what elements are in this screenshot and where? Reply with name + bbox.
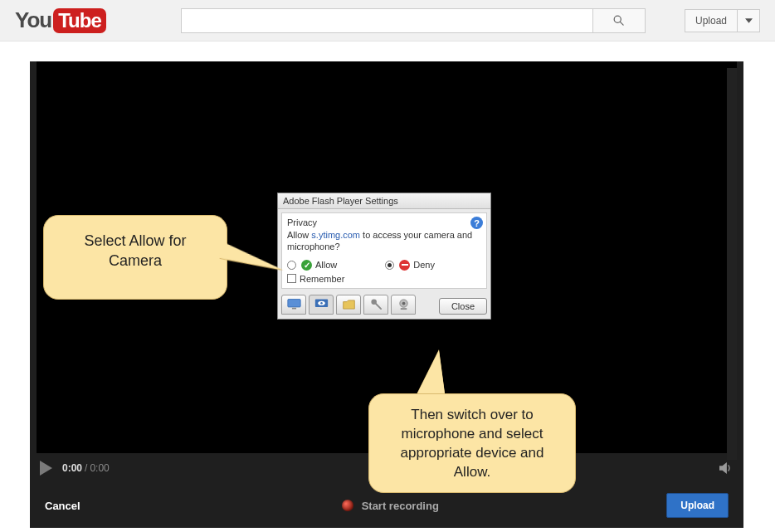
tab-storage[interactable] xyxy=(336,295,361,315)
upload-dropdown-button[interactable] xyxy=(737,9,760,32)
caret-down-icon xyxy=(745,18,753,23)
svg-rect-12 xyxy=(400,308,407,310)
upload-primary-button[interactable]: Upload xyxy=(666,493,729,518)
callout2-tail xyxy=(414,350,446,400)
svg-line-1 xyxy=(621,22,624,25)
player-shell: Adobe Flash Player Settings ? Privacy Al… xyxy=(30,61,743,528)
help-icon[interactable]: ? xyxy=(470,217,483,229)
tab-display[interactable] xyxy=(281,295,306,315)
search-icon xyxy=(612,14,625,27)
upload-button[interactable]: Upload xyxy=(685,9,737,32)
svg-rect-4 xyxy=(291,308,295,310)
search-input[interactable] xyxy=(181,8,592,33)
deny-label: Deny xyxy=(413,260,435,270)
youtube-logo[interactable]: You Tube xyxy=(15,7,106,34)
deny-radio[interactable] xyxy=(385,261,394,270)
remember-row: Remember xyxy=(287,274,481,284)
flash-tabs: Close xyxy=(278,292,490,319)
start-recording-button[interactable]: Start recording xyxy=(342,500,439,512)
tab-camera[interactable] xyxy=(391,295,416,315)
record-icon xyxy=(342,500,353,511)
flash-domain-link[interactable]: s.ytimg.com xyxy=(311,230,360,240)
svg-marker-13 xyxy=(719,462,727,474)
microphone-icon xyxy=(370,298,383,310)
monitor-icon xyxy=(287,298,301,310)
allow-radio[interactable] xyxy=(287,261,296,270)
allow-label: Allow xyxy=(315,260,337,270)
topbar: You Tube Upload xyxy=(0,0,775,41)
flash-radio-row: ✓ Allow Deny xyxy=(287,260,481,271)
close-button[interactable]: Close xyxy=(439,298,487,315)
cancel-label: Cancel xyxy=(45,500,80,512)
annotation-callout-2: Then switch over to microphone and selec… xyxy=(368,393,576,493)
callout1-text: Select Allow for Camera xyxy=(84,232,186,269)
remember-checkbox[interactable] xyxy=(287,274,296,283)
tab-privacy[interactable] xyxy=(309,295,334,315)
flash-settings-dialog: Adobe Flash Player Settings ? Privacy Al… xyxy=(277,193,491,320)
cancel-button[interactable]: Cancel xyxy=(45,500,80,512)
time-separator: / xyxy=(85,462,87,474)
flash-section-title: Privacy xyxy=(287,217,481,227)
time-total: 0:00 xyxy=(90,462,109,474)
main: Adobe Flash Player Settings ? Privacy Al… xyxy=(0,41,775,528)
callout2-text: Then switch over to microphone and selec… xyxy=(401,407,544,480)
search-button[interactable] xyxy=(592,8,646,33)
check-icon: ✓ xyxy=(301,260,312,271)
folder-icon xyxy=(342,299,356,310)
remember-label: Remember xyxy=(300,274,344,284)
flash-msg-prefix: Allow xyxy=(287,230,311,240)
flash-dialog-title: Adobe Flash Player Settings xyxy=(278,193,490,209)
upload-primary-label: Upload xyxy=(680,500,714,511)
play-button[interactable] xyxy=(40,461,52,476)
svg-rect-3 xyxy=(287,300,300,307)
start-recording-label: Start recording xyxy=(362,500,439,512)
upload-button-group: Upload xyxy=(685,9,760,32)
logo-text-you: You xyxy=(15,7,51,33)
tab-microphone[interactable] xyxy=(363,295,388,315)
flash-message: Allow s.ytimg.com to access your camera … xyxy=(287,229,481,253)
search-box xyxy=(181,8,646,33)
webcam-icon xyxy=(397,298,410,310)
logo-text-tube: Tube xyxy=(53,8,106,33)
svg-point-7 xyxy=(320,302,323,305)
svg-point-11 xyxy=(402,302,405,305)
speaker-icon xyxy=(719,461,734,475)
callout1-tail xyxy=(219,242,285,271)
volume-button[interactable] xyxy=(719,461,734,475)
flash-dialog-body: ? Privacy Allow s.ytimg.com to access yo… xyxy=(281,212,487,289)
video-area: Adobe Flash Player Settings ? Privacy Al… xyxy=(37,61,737,453)
annotation-callout-1: Select Allow for Camera xyxy=(43,215,227,300)
video-scrollbar[interactable] xyxy=(727,68,737,460)
svg-marker-2 xyxy=(745,18,753,22)
eye-icon xyxy=(314,298,329,310)
close-label: Close xyxy=(451,301,475,311)
svg-line-9 xyxy=(376,304,381,309)
time-current: 0:00 xyxy=(62,462,82,474)
upload-label: Upload xyxy=(695,15,727,27)
deny-icon xyxy=(399,260,410,271)
